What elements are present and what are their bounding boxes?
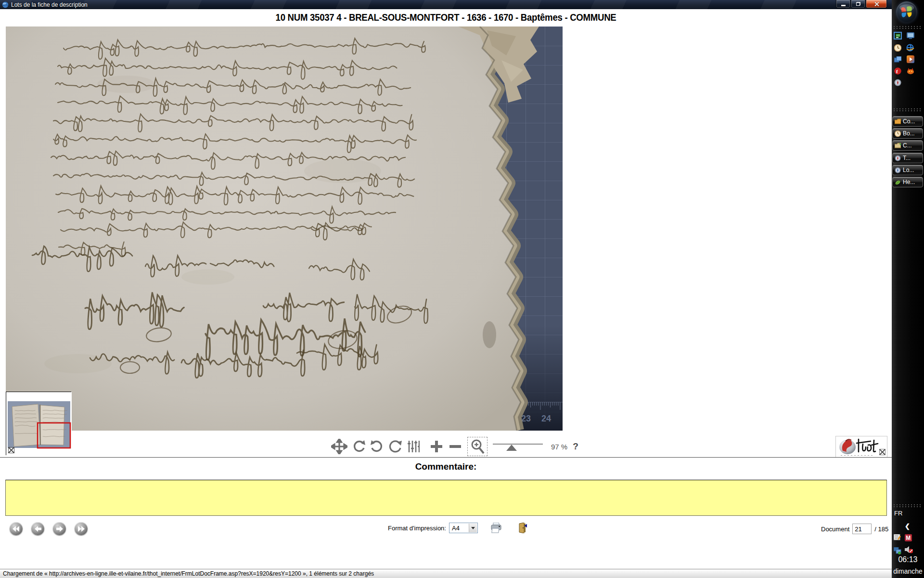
help-button[interactable]: ? [573, 441, 578, 452]
close-icon [874, 1, 879, 7]
restore-icon [856, 2, 860, 6]
zoom-slider-thumb[interactable] [506, 445, 517, 451]
exit-button[interactable] [518, 523, 528, 533]
print-format-value: A4 [452, 525, 460, 532]
caret-down-icon [471, 527, 475, 529]
print-button[interactable] [490, 523, 502, 533]
task-compass-icon [895, 155, 901, 161]
internet-explorer-icon[interactable] [906, 44, 914, 52]
task-extract-icon [895, 143, 901, 148]
language-indicator[interactable]: FR [894, 510, 902, 517]
exit-door-icon [518, 523, 528, 533]
viewer-toolbar: 97 % ? [331, 436, 578, 457]
select-arrow[interactable] [469, 524, 477, 532]
task-clock-icon [895, 131, 901, 137]
irfanview-icon[interactable] [906, 67, 914, 75]
windows-logo-icon [896, 1, 917, 23]
clock-day: dimanche [893, 567, 923, 575]
thot-logo-dots [840, 455, 873, 456]
tray-expand-chevron[interactable]: ❮ [905, 523, 910, 530]
taskbar-task-2[interactable]: Bo... [892, 128, 923, 139]
desktop: Lots de la fiche de description 10 NUM 3… [0, 0, 924, 578]
taskbar-task-6[interactable]: He... [892, 177, 923, 187]
svg-text:M: M [906, 535, 911, 541]
first-document-button[interactable] [10, 522, 23, 535]
tray-network-icon[interactable] [893, 547, 901, 554]
printer-icon [490, 523, 502, 533]
document-number-input[interactable] [852, 524, 872, 534]
zoom-region-tool-icon[interactable] [467, 437, 488, 456]
media-player-icon[interactable] [906, 55, 914, 63]
zoom-in-icon[interactable] [430, 440, 443, 453]
tray-day[interactable]: dimanche [892, 567, 924, 575]
task-leaf-icon [895, 179, 901, 185]
tray-notes-icon[interactable] [893, 534, 901, 541]
rotate-reset-icon[interactable] [388, 440, 402, 453]
logo-close-icon[interactable] [879, 449, 886, 455]
taskbar-task-1[interactable]: Co... [892, 116, 923, 127]
titlebar[interactable]: Lots de la fiche de description [0, 0, 892, 9]
status-bar: Chargement de « http://archives-en-ligne… [0, 569, 892, 578]
restore-button[interactable] [851, 0, 865, 8]
print-format-select[interactable]: A4 [449, 523, 478, 533]
document-pager: Document / 185 [821, 524, 888, 534]
print-controls: Format d'impression: A4 [388, 523, 528, 533]
show-desktop-icon[interactable] [894, 32, 902, 39]
adjust-settings-icon[interactable] [407, 440, 420, 453]
toolbar-divider [0, 457, 892, 458]
taskbar-separator [893, 108, 923, 111]
zoom-slider-track[interactable] [493, 444, 543, 445]
last-document-button[interactable] [75, 522, 88, 535]
minimize-button[interactable] [836, 0, 850, 8]
zoom-out-icon[interactable] [449, 440, 462, 453]
comment-input[interactable] [5, 480, 887, 516]
rotate-left-icon[interactable] [353, 440, 365, 453]
comment-label: Commentaire: [0, 461, 892, 472]
display-settings-icon[interactable] [906, 32, 914, 39]
previous-document-button[interactable] [31, 522, 44, 535]
clock-app-icon[interactable] [894, 44, 902, 52]
svg-text:23: 23 [521, 414, 531, 423]
print-format-label: Format d'impression: [388, 525, 446, 532]
taskbar-task-5[interactable]: Lo... [892, 165, 923, 175]
zoom-level-label: 97 % [551, 443, 567, 451]
svg-text:f: f [896, 68, 898, 74]
last-icon [77, 526, 85, 532]
tray-clock[interactable]: 06:13 [892, 555, 924, 564]
next-document-button[interactable] [53, 522, 66, 535]
rotate-right-icon[interactable] [371, 440, 383, 453]
windows-explorer-icon[interactable] [894, 55, 902, 63]
thumbnail-close-icon[interactable] [8, 447, 14, 453]
document-image-viewer[interactable]: 22 23 24 [6, 26, 563, 431]
taskbar-task-3[interactable]: C... [892, 140, 923, 151]
page-title: 10 NUM 35037 4 - BREAL-SOUS-MONTFORT - 1… [31, 12, 860, 23]
pager-label: Document [821, 525, 849, 533]
page-thumbnail[interactable] [6, 392, 71, 455]
zoom-slider[interactable] [493, 442, 543, 451]
minimize-icon [841, 5, 846, 6]
taskbar-handle[interactable] [893, 26, 923, 29]
pan-icon[interactable] [331, 439, 347, 454]
taskbar: f Co... Bo... C... T... Lo... He... [892, 0, 924, 578]
thot-logo [835, 436, 887, 458]
clock-time: 06:13 [898, 555, 917, 564]
taskbar-task-4[interactable]: T... [892, 153, 923, 163]
close-button[interactable] [866, 0, 887, 8]
first-icon [13, 526, 20, 532]
tray-volume-muted-icon[interactable] [905, 546, 913, 553]
task-compass2-icon [895, 167, 901, 173]
flash-player-icon[interactable]: f [894, 67, 902, 75]
window-globe-icon [2, 1, 9, 8]
start-button[interactable] [896, 1, 917, 23]
document-navigation [10, 522, 88, 535]
window-title: Lots de la fiche de description [11, 1, 88, 8]
tray-separator [893, 504, 923, 507]
task-folder-icon [895, 118, 901, 124]
browser-globe-icon[interactable] [894, 79, 902, 86]
app-window: Lots de la fiche de description 10 NUM 3… [0, 0, 892, 578]
manuscript-photo: 22 23 24 [6, 26, 563, 431]
pager-total: / 185 [874, 525, 888, 533]
next-icon [56, 526, 63, 532]
svg-text:24: 24 [541, 414, 551, 423]
tray-m-app-icon[interactable]: M [904, 534, 912, 541]
